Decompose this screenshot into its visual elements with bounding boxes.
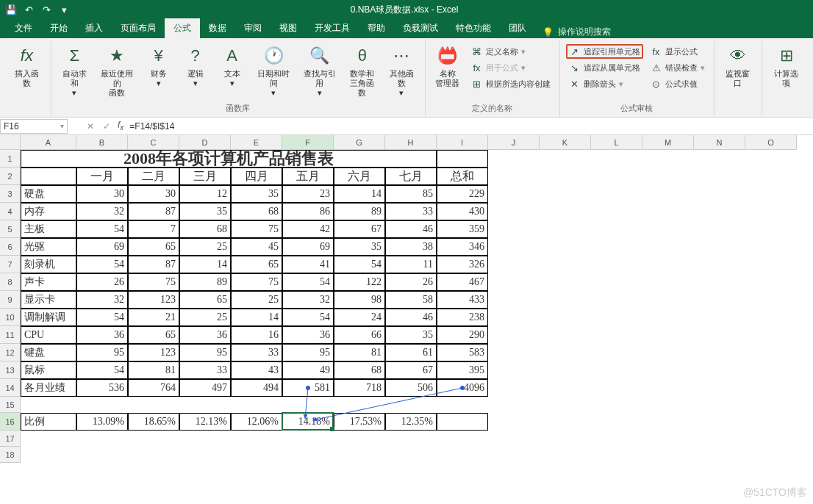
col-header-A[interactable]: A	[21, 135, 76, 150]
btn-根据所选内容创建[interactable]: ⊞根据所选内容创建	[468, 76, 554, 91]
tab-负载测试[interactable]: 负载测试	[394, 18, 447, 38]
cell-B3[interactable]: 30	[76, 185, 128, 203]
cell-G13[interactable]: 68	[334, 361, 385, 379]
qat-more-icon[interactable]: ▾	[56, 1, 72, 18]
cell-F8[interactable]: 54	[282, 273, 334, 291]
row-header-10[interactable]: 10	[0, 309, 21, 326]
cell-B14[interactable]: 536	[76, 379, 128, 397]
tab-公式[interactable]: 公式	[165, 18, 200, 38]
fx-icon[interactable]: fx	[115, 120, 126, 132]
cell-A7[interactable]: 刻录机	[21, 256, 76, 273]
tell-me-search[interactable]: 💡操作说明搜索	[535, 26, 618, 38]
cell-F14[interactable]: 581	[282, 379, 334, 397]
tab-视图[interactable]: 视图	[271, 18, 306, 38]
cell-I2[interactable]: 总和	[437, 168, 488, 185]
tab-开发工具[interactable]: 开发工具	[306, 18, 359, 38]
cell-I1[interactable]	[437, 150, 488, 168]
cell-A3[interactable]: 硬盘	[21, 185, 76, 203]
name-box[interactable]: F16 ▾	[0, 119, 68, 134]
cell-B5[interactable]: 54	[76, 220, 128, 238]
fn-查找与引用[interactable]: 🔍查找与引用▾	[299, 43, 341, 99]
cell-D2[interactable]: 三月	[179, 168, 231, 185]
name-manager-button[interactable]: 📛 名称管理器	[431, 43, 464, 90]
row-header-13[interactable]: 13	[0, 361, 21, 379]
cell-F4[interactable]: 86	[282, 203, 334, 220]
cell-D9[interactable]: 65	[179, 291, 231, 309]
cell-D3[interactable]: 12	[179, 185, 231, 203]
cell-I11[interactable]: 290	[437, 326, 488, 344]
cell-I5[interactable]: 359	[437, 220, 488, 238]
cell-E9[interactable]: 25	[231, 291, 282, 309]
col-header-O[interactable]: O	[745, 135, 797, 150]
cell-F13[interactable]: 49	[282, 361, 334, 379]
col-header-K[interactable]: K	[540, 135, 591, 150]
cell-H6[interactable]: 38	[385, 238, 437, 256]
save-icon[interactable]: 💾	[3, 1, 19, 18]
col-header-J[interactable]: J	[488, 135, 540, 150]
cell-C5[interactable]: 7	[128, 220, 179, 238]
cell-B9[interactable]: 32	[76, 291, 128, 309]
col-header-G[interactable]: G	[334, 135, 385, 150]
cell-H11[interactable]: 35	[385, 326, 437, 344]
cell-E16[interactable]: 12.06%	[231, 413, 282, 431]
chevron-down-icon[interactable]: ▾	[60, 122, 64, 130]
fn-自动求和[interactable]: Σ自动求和▾	[57, 43, 92, 99]
enter-icon[interactable]: ✓	[99, 121, 115, 132]
btn-错误检查[interactable]: ⚠错误检查 ▾	[648, 60, 708, 75]
cell-I8[interactable]: 467	[437, 273, 488, 291]
cell-B16[interactable]: 13.09%	[76, 413, 128, 431]
col-header-I[interactable]: I	[437, 135, 488, 150]
cell-G2[interactable]: 六月	[334, 168, 385, 185]
fn-最近使用的[interactable]: ★最近使用的函数	[96, 43, 138, 99]
undo-icon[interactable]: ↶	[21, 1, 37, 18]
cell-B12[interactable]: 95	[76, 344, 128, 361]
row-header-14[interactable]: 14	[0, 379, 21, 397]
cell-G16[interactable]: 17.53%	[334, 413, 385, 431]
watch-window-button[interactable]: 👁 监视窗口	[720, 43, 756, 90]
cell-A6[interactable]: 光驱	[21, 238, 76, 256]
cell-E5[interactable]: 75	[231, 220, 282, 238]
formula-input[interactable]: =F14/$I$14	[126, 121, 813, 132]
select-all-button[interactable]	[0, 135, 21, 150]
cell-A5[interactable]: 主板	[21, 220, 76, 238]
cell-B11[interactable]: 36	[76, 326, 128, 344]
cell-A14[interactable]: 各月业绩	[21, 379, 76, 397]
cell-I16[interactable]	[437, 413, 488, 431]
row-header-5[interactable]: 5	[0, 220, 21, 238]
cell-H3[interactable]: 85	[385, 185, 437, 203]
row-header-15[interactable]: 15	[0, 397, 21, 413]
cell-I13[interactable]: 395	[437, 361, 488, 379]
cell-H2[interactable]: 七月	[385, 168, 437, 185]
cell-A16[interactable]: 比例	[21, 413, 76, 431]
cell-H10[interactable]: 46	[385, 309, 437, 326]
cell-I3[interactable]: 229	[437, 185, 488, 203]
cell-C6[interactable]: 65	[128, 238, 179, 256]
tab-页面布局[interactable]: 页面布局	[112, 18, 165, 38]
btn-追踪从属单元格[interactable]: ↘追踪从属单元格	[566, 60, 643, 75]
cell-C13[interactable]: 81	[128, 361, 179, 379]
cell-G3[interactable]: 14	[334, 185, 385, 203]
cell-A2[interactable]	[21, 168, 76, 185]
cell-I9[interactable]: 433	[437, 291, 488, 309]
cell-H4[interactable]: 33	[385, 203, 437, 220]
row-header-12[interactable]: 12	[0, 344, 21, 361]
row-header-9[interactable]: 9	[0, 291, 21, 309]
cell-E12[interactable]: 33	[231, 344, 282, 361]
tab-插入[interactable]: 插入	[76, 18, 112, 38]
cell-C4[interactable]: 87	[128, 203, 179, 220]
fn-数学和[interactable]: θ数学和三角函数	[345, 43, 379, 99]
cell-F10[interactable]: 54	[282, 309, 334, 326]
cell-H12[interactable]: 61	[385, 344, 437, 361]
cell-D4[interactable]: 35	[179, 203, 231, 220]
fn-日期和时间[interactable]: 🕐日期和时间▾	[253, 43, 295, 99]
row-header-16[interactable]: 16	[0, 413, 21, 431]
btn-定义名称[interactable]: ⌘定义名称 ▾	[468, 44, 554, 59]
cell-D5[interactable]: 68	[179, 220, 231, 238]
row-header-4[interactable]: 4	[0, 203, 21, 220]
cell-F6[interactable]: 69	[282, 238, 334, 256]
cell-F12[interactable]: 95	[282, 344, 334, 361]
redo-icon[interactable]: ↷	[38, 1, 54, 18]
cell-C11[interactable]: 65	[128, 326, 179, 344]
cell-E6[interactable]: 45	[231, 238, 282, 256]
cell-D13[interactable]: 33	[179, 361, 231, 379]
